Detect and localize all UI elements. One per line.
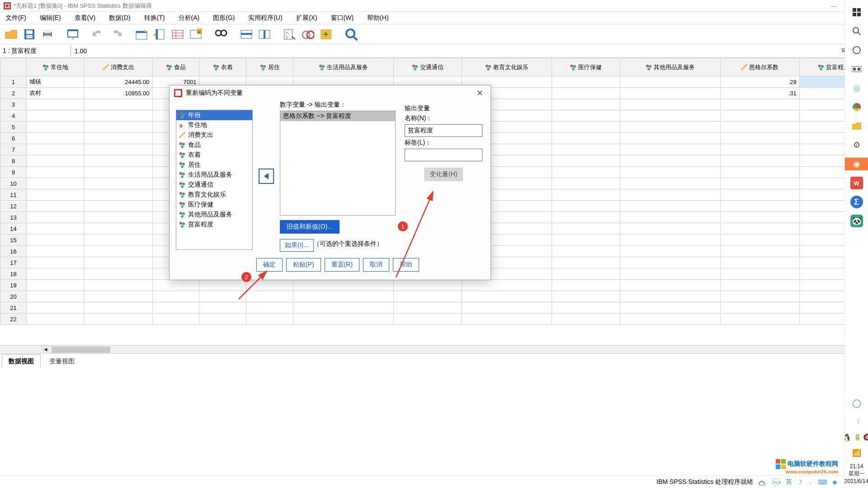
row-header[interactable]: 5 (0, 122, 27, 133)
cell[interactable] (720, 235, 799, 246)
save-icon[interactable] (22, 27, 37, 42)
cell[interactable] (199, 314, 246, 325)
ime-comma-icon[interactable]: ， (807, 478, 813, 486)
cell[interactable] (552, 212, 620, 223)
row-header[interactable]: 17 (0, 257, 27, 268)
search-icon[interactable] (850, 25, 863, 38)
cell[interactable] (462, 291, 552, 302)
run-descriptives-icon[interactable]: μ (188, 27, 203, 42)
mapping-item[interactable]: 恩格尔系数 --> 贫富程度 (280, 111, 395, 121)
row-header[interactable]: 18 (0, 268, 27, 280)
cell[interactable] (27, 223, 84, 235)
cell[interactable] (720, 280, 799, 291)
menu-transform[interactable]: 转换(T) (142, 13, 168, 23)
row-header[interactable]: 20 (0, 291, 27, 302)
select-cases-icon[interactable]: + (318, 27, 334, 42)
cell[interactable] (620, 314, 720, 325)
cell[interactable] (199, 291, 246, 302)
cell[interactable] (620, 235, 720, 246)
tray-wifi-icon[interactable]: 📶 (850, 447, 863, 460)
cell[interactable] (84, 189, 152, 201)
cell[interactable] (552, 122, 620, 133)
cell[interactable] (84, 201, 152, 212)
cell[interactable] (27, 291, 84, 302)
edge-icon[interactable]: ◎ (850, 82, 863, 94)
task-view-icon[interactable] (850, 63, 863, 75)
cell[interactable] (552, 110, 620, 122)
menu-extensions[interactable]: 扩展(X) (293, 13, 320, 23)
cell[interactable] (27, 212, 84, 223)
cell[interactable] (84, 235, 152, 246)
cell[interactable] (720, 167, 799, 178)
cortana-icon[interactable] (850, 44, 863, 56)
cell[interactable] (620, 88, 720, 99)
column-header[interactable]: 常住地 (27, 58, 84, 76)
cell[interactable] (84, 268, 152, 280)
variable-list-item[interactable]: 贫富程度 (176, 220, 252, 230)
column-header[interactable]: 生活用品及服务 (293, 58, 393, 76)
variable-list[interactable]: 年份a常住地消费支出食品衣着居住生活用品及服务交通通信教育文化娱乐医疗保健其他用… (176, 110, 253, 250)
variable-list-item[interactable]: 消费支出 (176, 130, 252, 140)
row-header[interactable]: 13 (0, 212, 27, 223)
row-header[interactable]: 11 (0, 189, 27, 201)
open-icon[interactable] (4, 27, 19, 42)
old-new-values-button[interactable]: 旧值和新值(O)... (280, 220, 340, 234)
cell[interactable] (84, 291, 152, 302)
cell[interactable] (84, 133, 152, 144)
settings-icon[interactable]: ⚙ (850, 139, 863, 151)
cell[interactable] (293, 291, 393, 302)
cell[interactable] (620, 246, 720, 257)
cell[interactable] (552, 302, 620, 314)
cell[interactable] (462, 302, 552, 314)
cell[interactable] (552, 235, 620, 246)
menu-utilities[interactable]: 实用程序(U) (245, 13, 285, 23)
start-icon[interactable] (850, 6, 863, 19)
cell[interactable] (720, 257, 799, 268)
column-header[interactable]: 居住 (246, 58, 293, 76)
variable-list-item[interactable]: 食品 (176, 140, 252, 150)
chrome-icon[interactable] (850, 101, 863, 113)
ime-indicator[interactable]: 英 (786, 478, 792, 486)
value-labels-icon[interactable] (344, 27, 359, 42)
variable-list-item[interactable]: 生活用品及服务 (176, 170, 252, 180)
goto-variable-icon[interactable] (152, 27, 167, 42)
row-header[interactable]: 9 (0, 167, 27, 178)
cell[interactable] (246, 280, 293, 291)
cell[interactable] (152, 280, 199, 291)
cell[interactable] (552, 88, 620, 99)
redo-icon[interactable] (108, 27, 124, 42)
row-header[interactable]: 15 (0, 235, 27, 246)
move-variable-button[interactable] (259, 169, 274, 184)
variable-list-item[interactable]: 教育文化娱乐 (176, 190, 252, 200)
dialog-close-button[interactable]: ✕ (474, 88, 486, 98)
row-header[interactable]: 12 (0, 201, 27, 212)
cell[interactable] (620, 155, 720, 167)
menu-graphics[interactable]: 图形(G) (210, 13, 237, 23)
row-header[interactable]: 1 (0, 76, 27, 88)
cell[interactable] (84, 110, 152, 122)
cell[interactable] (27, 201, 84, 212)
cell[interactable] (27, 167, 84, 178)
print-icon[interactable] (40, 27, 55, 42)
cell[interactable] (552, 268, 620, 280)
cell[interactable] (27, 257, 84, 268)
minimize-button[interactable]: ― (830, 2, 837, 9)
cell[interactable] (720, 144, 799, 155)
cell[interactable] (552, 99, 620, 110)
cell[interactable] (620, 212, 720, 223)
row-header[interactable]: 2 (0, 88, 27, 99)
cell[interactable] (84, 212, 152, 223)
tag-input[interactable] (405, 149, 482, 161)
paste-button[interactable]: 粘贴(P) (286, 258, 321, 272)
cell[interactable] (720, 268, 799, 280)
row-header[interactable]: 6 (0, 133, 27, 144)
ok-button[interactable]: 确定 (256, 258, 283, 272)
cell[interactable] (394, 314, 462, 325)
ime-smile-icon[interactable]: ☻ (831, 479, 838, 486)
variable-list-item[interactable]: 年份 (176, 110, 252, 120)
row-header[interactable]: 8 (0, 155, 27, 167)
variable-list-item[interactable]: 交通通信 (176, 180, 252, 190)
cell[interactable] (27, 280, 84, 291)
cell[interactable] (720, 314, 799, 325)
cell[interactable] (620, 99, 720, 110)
